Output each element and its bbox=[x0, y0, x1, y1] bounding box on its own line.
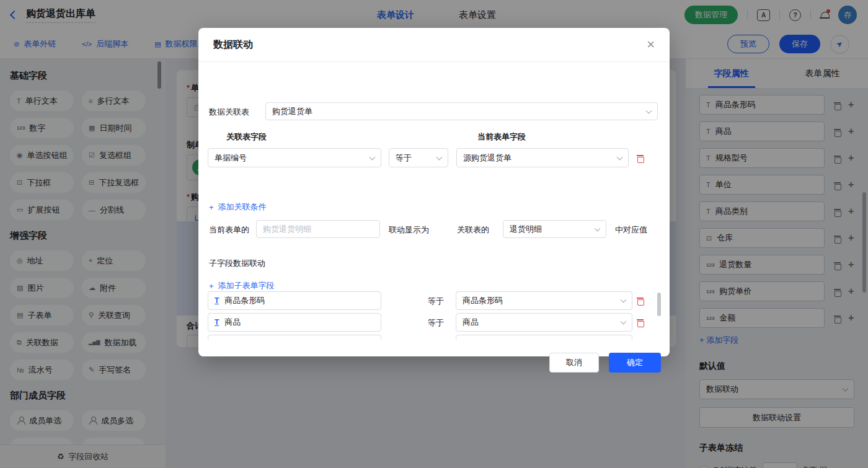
add-condition-link[interactable]: + 添加关联条件 bbox=[209, 201, 267, 213]
data-linkage-modal: 数据联动 × 数据关联表 购货退货单 关联表字段 当前表单字段 单据编号 等于 … bbox=[198, 28, 670, 356]
subfield-right-value: 商品条形码 bbox=[463, 295, 503, 306]
subfield-mapping-list: T 商品条形码 等于 商品条形码 T 商品 等于 商品 bbox=[198, 291, 670, 340]
condition-field-select[interactable]: 单据编号 bbox=[208, 148, 381, 167]
delete-subfield-trash-icon[interactable] bbox=[637, 296, 644, 304]
condition-operator-select[interactable]: 等于 bbox=[389, 148, 448, 167]
subfield-right-select[interactable] bbox=[456, 335, 632, 340]
column-header-right: 当前表单字段 bbox=[477, 131, 526, 143]
subfield-left-box[interactable]: T 商品条形码 bbox=[208, 291, 381, 310]
mapping-middle-label: 联动显示为 bbox=[389, 224, 429, 236]
mapping-rel-value: 退货明细 bbox=[510, 224, 542, 235]
mapping-rel-select[interactable]: 退货明细 bbox=[503, 220, 606, 238]
text-icon: T bbox=[215, 296, 219, 305]
condition-target-select[interactable]: 源购货退货单 bbox=[456, 148, 629, 167]
mapping-field-input[interactable] bbox=[256, 220, 380, 238]
text-icon: T bbox=[215, 318, 219, 327]
confirm-button[interactable]: 确定 bbox=[609, 353, 661, 373]
plus-icon: + bbox=[209, 203, 214, 212]
chevron-down-icon bbox=[621, 319, 627, 325]
relation-table-select[interactable]: 购货退货单 bbox=[265, 102, 658, 120]
cancel-button[interactable]: 取消 bbox=[549, 353, 599, 373]
mapping-rel-label: 关联表的 bbox=[457, 224, 489, 236]
subfield-left-box[interactable]: T 商品 bbox=[208, 313, 381, 332]
condition-operator-value: 等于 bbox=[396, 152, 412, 164]
column-header-left: 关联表字段 bbox=[226, 131, 267, 143]
subfield-mapping-row: T 商品条形码 等于 商品条形码 bbox=[198, 291, 670, 310]
condition-target-value: 源购货退货单 bbox=[463, 152, 512, 164]
subfield-op-label: 等于 bbox=[428, 317, 444, 329]
delete-subfield-trash-icon[interactable] bbox=[637, 318, 644, 326]
subfield-op-label: 等于 bbox=[428, 296, 444, 307]
subfield-left-box[interactable] bbox=[208, 335, 381, 340]
subfield-left-value: 商品 bbox=[224, 317, 241, 328]
close-icon[interactable]: × bbox=[647, 38, 655, 51]
chevron-down-icon bbox=[595, 225, 601, 231]
mapping-prefix-label: 当前表单的 bbox=[209, 224, 249, 236]
condition-field-value: 单据编号 bbox=[215, 152, 247, 164]
modal-body: 数据关联表 购货退货单 关联表字段 当前表单字段 单据编号 等于 源购货退货单 … bbox=[198, 62, 670, 356]
modal-title: 数据联动 bbox=[213, 38, 253, 51]
modal-header: 数据联动 × bbox=[198, 28, 670, 62]
subfield-left-value: 商品条形码 bbox=[224, 295, 265, 306]
delete-condition-trash-icon[interactable] bbox=[637, 154, 644, 162]
subfield-right-select[interactable]: 商品条形码 bbox=[456, 291, 632, 310]
modal-list-scrollbar[interactable] bbox=[657, 293, 661, 316]
subfield-mapping-row: T 商品 等于 商品 bbox=[198, 313, 670, 332]
subfield-linkage-title: 子字段数据联动 bbox=[209, 258, 265, 269]
chevron-down-icon bbox=[370, 154, 376, 160]
plus-icon: + bbox=[209, 281, 214, 291]
mapping-suffix-label: 中对应值 bbox=[615, 224, 647, 236]
chevron-down-icon bbox=[436, 154, 443, 160]
subfield-mapping-row-partial bbox=[198, 335, 670, 340]
chevron-down-icon bbox=[646, 107, 652, 113]
subfield-right-select[interactable]: 商品 bbox=[456, 313, 632, 332]
chevron-down-icon bbox=[621, 297, 627, 303]
relation-table-value: 购货退货单 bbox=[272, 106, 312, 117]
subfield-right-value: 商品 bbox=[463, 317, 479, 328]
add-subfield-link[interactable]: + 添加子表单字段 bbox=[209, 280, 275, 291]
relation-table-label: 数据关联表 bbox=[209, 107, 249, 118]
chevron-down-icon bbox=[617, 154, 623, 160]
